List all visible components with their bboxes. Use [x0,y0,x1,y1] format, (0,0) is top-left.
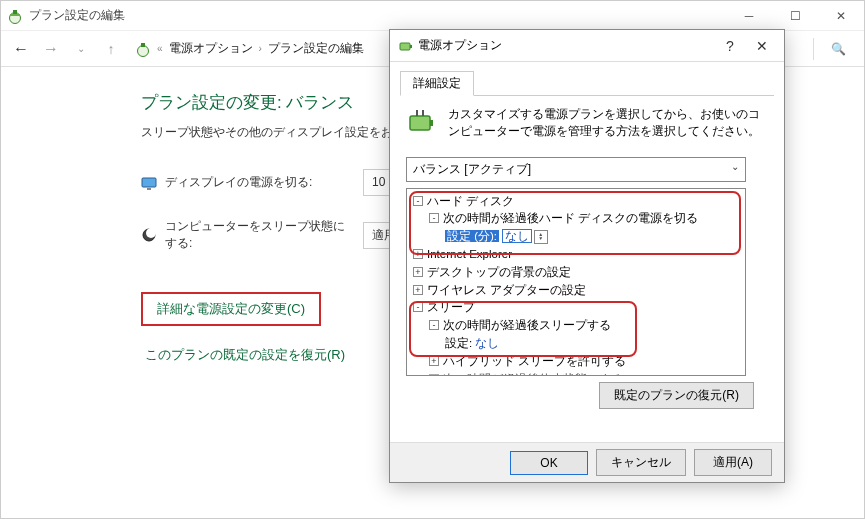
power-plan-icon [7,8,23,24]
svg-rect-11 [410,116,430,130]
apply-button[interactable]: 適用(A) [694,449,772,476]
expand-icon[interactable]: + [429,374,439,376]
spinner[interactable] [534,230,548,244]
titlebar: プラン設定の編集 ─ ☐ ✕ [1,1,864,31]
breadcrumb-item[interactable]: 電源オプション [169,40,253,57]
tree-hibernate[interactable]: 次の時間が経過後休止状態にする [443,373,623,376]
minimize-button[interactable]: ─ [726,1,772,31]
monitor-icon [141,175,157,191]
battery-icon [398,38,414,54]
chevron-down-icon: ⌄ [731,161,739,178]
dialog-description-area: カスタマイズする電源プランを選択してから、お使いのコンピューターで電源を管理する… [406,106,768,141]
tree-sleep[interactable]: スリープ [427,301,475,313]
tree-sleep-after[interactable]: 次の時間が経過後スリープする [443,319,611,331]
tree-hdd-off[interactable]: 次の時間が経過後ハード ディスクの電源を切る [443,212,698,224]
breadcrumb-sep-icon: « [157,43,163,54]
dialog-close-button[interactable]: ✕ [744,38,780,54]
battery-large-icon [406,106,438,138]
svg-point-8 [146,228,156,238]
back-button[interactable]: ← [9,37,33,61]
advanced-settings-link[interactable]: 詳細な電源設定の変更(C) [141,292,321,326]
svg-rect-5 [142,178,156,187]
svg-rect-2 [10,14,20,16]
expand-icon[interactable]: + [413,267,423,277]
power-icon [135,41,151,57]
tree-wireless[interactable]: ワイヤレス アダプターの設定 [427,284,586,296]
collapse-icon[interactable]: - [413,196,423,206]
close-button[interactable]: ✕ [818,1,864,31]
sleep-setting-label: 設定: [445,337,472,349]
ok-button[interactable]: OK [510,451,588,475]
collapse-icon[interactable]: - [413,302,423,312]
sleep-timeout-label: コンピューターをスリープ状態にする: [165,218,351,252]
dialog-footer: OK キャンセル 適用(A) [390,442,784,482]
svg-rect-1 [13,10,17,14]
plan-select-value: バランス [アクティブ] [413,161,531,178]
window-title: プラン設定の編集 [29,7,125,24]
tree-desktop[interactable]: デスクトップの背景の設定 [427,266,571,278]
svg-rect-6 [147,188,151,190]
breadcrumb-item[interactable]: プラン設定の編集 [268,40,364,57]
dialog-description: カスタマイズする電源プランを選択してから、お使いのコンピューターで電源を管理する… [448,106,768,141]
svg-point-3 [138,45,149,56]
tab-advanced[interactable]: 詳細設定 [400,71,474,96]
maximize-button[interactable]: ☐ [772,1,818,31]
search-icon[interactable]: 🔍 [820,42,856,56]
svg-rect-10 [410,45,412,48]
hdd-setting-label: 設定 (分): [445,230,499,242]
dialog-body: カスタマイズする電源プランを選択してから、お使いのコンピューターで電源を管理する… [390,96,784,417]
restore-area: 既定のプランの復元(R) [406,382,754,409]
sleep-setting-value[interactable]: なし [475,337,499,349]
collapse-icon[interactable]: - [429,213,439,223]
expand-icon[interactable]: + [413,285,423,295]
up-button[interactable]: ↑ [99,37,123,61]
restore-plan-defaults-button[interactable]: 既定のプランの復元(R) [599,382,754,409]
forward-button[interactable]: → [39,37,63,61]
svg-rect-9 [400,43,410,50]
dialog-title: 電源オプション [418,37,502,54]
hdd-setting-value[interactable]: なし [502,229,532,243]
expand-icon[interactable]: + [429,356,439,366]
plan-select[interactable]: バランス [アクティブ] ⌄ [406,157,746,182]
power-options-dialog: 電源オプション ? ✕ 詳細設定 カスタマイズする電源プランを選択してから、お使… [389,29,785,483]
main-window: プラン設定の編集 ─ ☐ ✕ ← → ⌄ ↑ « 電源オプション › プラン設定… [0,0,865,519]
tree-hybrid[interactable]: ハイブリッド スリープを許可する [443,355,626,367]
recent-dropdown[interactable]: ⌄ [69,37,93,61]
svg-rect-13 [416,110,418,116]
dialog-titlebar: 電源オプション ? ✕ [390,30,784,62]
settings-tree[interactable]: -ハード ディスク -次の時間が経過後ハード ディスクの電源を切る 設定 (分)… [406,188,746,376]
tab-bar: 詳細設定 [400,70,774,96]
svg-rect-14 [422,110,424,116]
tree-ie[interactable]: Internet Explorer [427,248,512,260]
moon-icon [141,227,157,243]
display-timeout-label: ディスプレイの電源を切る: [165,174,312,191]
cancel-button[interactable]: キャンセル [596,449,686,476]
chevron-right-icon: › [259,43,262,54]
tree-hdd[interactable]: ハード ディスク [427,195,514,207]
collapse-icon[interactable]: - [429,320,439,330]
help-button[interactable]: ? [716,38,744,54]
svg-rect-4 [141,43,145,47]
expand-icon[interactable]: + [413,249,423,259]
svg-rect-12 [430,120,433,126]
